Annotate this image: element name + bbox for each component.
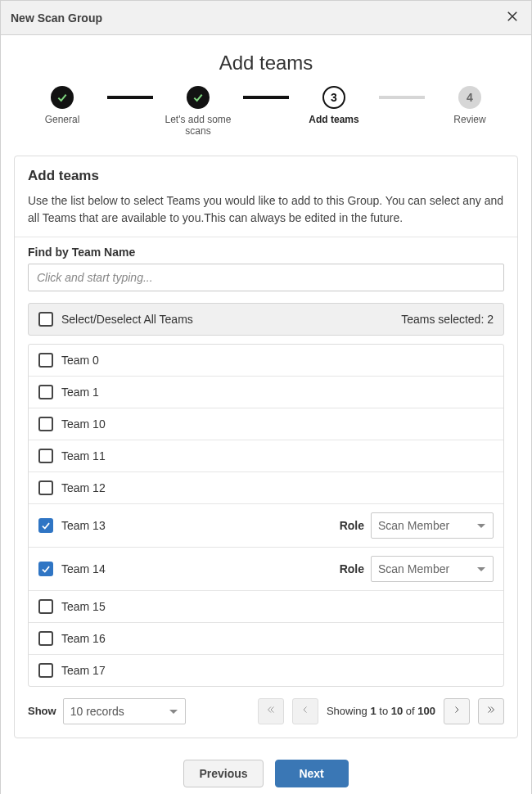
pagination-left: Show 10 records: [28, 698, 186, 724]
chevron-left-icon: [300, 705, 310, 717]
panel-header: Add teams Use the list below to select T…: [15, 156, 517, 237]
select-all-checkbox[interactable]: [38, 312, 53, 327]
check-icon: [51, 86, 74, 109]
team-row: Team 1: [29, 377, 503, 408]
pagination-text: Showing 1 to 10 of 100: [327, 705, 435, 717]
team-row: Team 14RoleScan Member: [29, 548, 503, 591]
records-per-page-select[interactable]: 10 records: [63, 698, 186, 724]
team-checkbox[interactable]: [38, 518, 53, 533]
team-checkbox[interactable]: [38, 562, 53, 576]
step-number: 3: [322, 86, 345, 109]
team-row: Team 17: [29, 655, 503, 686]
team-name: Team 15: [61, 600, 494, 613]
team-name: Team 14: [61, 562, 331, 575]
team-row: Team 13RoleScan Member: [29, 504, 503, 548]
next-page-button[interactable]: [444, 698, 470, 724]
selected-count: Teams selected: 2: [401, 313, 494, 326]
first-page-button[interactable]: [258, 698, 284, 724]
step-general[interactable]: General: [17, 86, 107, 125]
team-name: Team 11: [61, 449, 494, 462]
chevron-double-right-icon: [486, 705, 496, 717]
step-connector: [107, 96, 153, 99]
chevron-double-left-icon: [266, 705, 276, 717]
selected-count-value: 2: [487, 313, 494, 326]
search-label: Find by Team Name: [28, 246, 504, 259]
step-add-scans[interactable]: Let's add some scans: [153, 86, 243, 138]
team-row: Team 0: [29, 345, 503, 377]
team-checkbox[interactable]: [38, 480, 53, 495]
team-checkbox[interactable]: [38, 417, 53, 431]
pag-text-prefix: Showing: [327, 705, 370, 717]
footer-buttons: Previous Next: [1, 750, 531, 794]
team-name: Team 1: [61, 386, 494, 399]
panel-body: Find by Team Name Select/Deselect All Te…: [15, 237, 517, 738]
step-label: General: [45, 114, 80, 125]
team-checkbox[interactable]: [38, 449, 53, 463]
panel-description: Use the list below to select Teams you w…: [28, 192, 504, 227]
role-select[interactable]: Scan Member: [371, 512, 494, 539]
pag-total: 100: [417, 705, 435, 717]
pag-sep2: of: [403, 705, 417, 717]
role-select[interactable]: Scan Member: [371, 556, 494, 582]
select-all-row: Select/Deselect All Teams Teams selected…: [28, 303, 504, 336]
team-name: Team 10: [61, 417, 494, 431]
chevron-right-icon: [452, 705, 462, 717]
step-review: 4 Review: [425, 86, 515, 125]
team-checkbox[interactable]: [38, 353, 53, 368]
search-input[interactable]: [28, 264, 504, 291]
team-row: Team 10: [29, 408, 503, 440]
team-row: Team 12: [29, 472, 503, 504]
team-name: Team 0: [61, 354, 494, 367]
role-wrap: RoleScan Member: [340, 512, 494, 539]
step-number: 4: [458, 86, 481, 109]
previous-button[interactable]: Previous: [183, 760, 263, 787]
pag-from: 1: [370, 705, 376, 717]
team-name: Team 16: [61, 632, 494, 645]
modal-new-scan-group: New Scan Group Add teams General Let's a…: [0, 0, 532, 794]
wizard-title: Add teams: [1, 52, 531, 74]
modal-title: New Scan Group: [11, 11, 102, 25]
step-label: Review: [453, 114, 485, 125]
pagination-row: Show 10 records: [28, 698, 504, 724]
modal-header: New Scan Group: [1, 1, 531, 35]
team-row: Team 16: [29, 623, 503, 655]
team-name: Team 12: [61, 481, 494, 494]
selected-count-prefix: Teams selected:: [401, 313, 487, 326]
role-label: Role: [340, 519, 364, 532]
team-checkbox[interactable]: [38, 599, 53, 614]
step-label: Add teams: [309, 114, 358, 125]
role-wrap: RoleScan Member: [340, 556, 494, 582]
step-connector: [379, 96, 425, 99]
pag-sep1: to: [376, 705, 391, 717]
select-all-label: Select/Deselect All Teams: [61, 313, 193, 326]
team-checkbox[interactable]: [38, 631, 53, 646]
team-name: Team 17: [61, 664, 494, 677]
add-teams-panel: Add teams Use the list below to select T…: [14, 156, 518, 738]
show-label: Show: [28, 705, 56, 717]
select-all-left: Select/Deselect All Teams: [38, 312, 193, 327]
step-connector: [243, 96, 289, 99]
prev-page-button[interactable]: [292, 698, 318, 724]
team-row: Team 15: [29, 591, 503, 623]
last-page-button[interactable]: [478, 698, 504, 724]
team-checkbox[interactable]: [38, 663, 53, 678]
team-checkbox[interactable]: [38, 385, 53, 399]
close-button[interactable]: [503, 7, 521, 28]
step-add-teams[interactable]: 3 Add teams: [289, 86, 379, 125]
next-button[interactable]: Next: [275, 760, 349, 787]
pagination-right: Showing 1 to 10 of 100: [258, 698, 504, 724]
role-label: Role: [340, 562, 364, 575]
wizard-stepper: General Let's add some scans 3 Add teams…: [1, 86, 531, 138]
team-name: Team 13: [61, 519, 331, 532]
step-label: Let's add some scans: [153, 114, 243, 138]
close-icon: [505, 14, 520, 26]
check-icon: [187, 86, 210, 109]
pag-to: 10: [391, 705, 403, 717]
team-row: Team 11: [29, 440, 503, 472]
panel-heading: Add teams: [28, 168, 504, 184]
team-list: Team 0Team 1Team 10Team 11Team 12Team 13…: [28, 344, 504, 687]
